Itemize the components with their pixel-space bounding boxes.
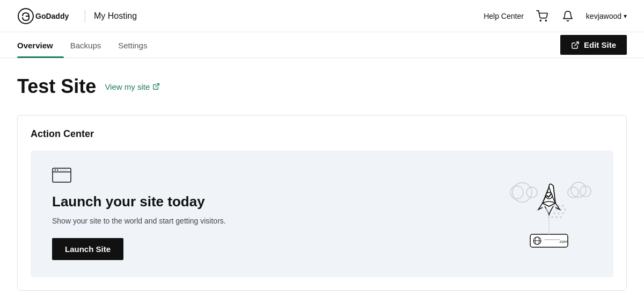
launch-desc: Show your site to the world and start ge… — [52, 217, 226, 225]
rocket-illustration: .com — [506, 176, 592, 251]
header-divider — [85, 10, 85, 23]
notification-icon[interactable] — [560, 9, 575, 24]
external-link-small-icon — [152, 83, 160, 90]
svg-point-24 — [558, 212, 560, 214]
external-link-icon — [571, 41, 580, 49]
svg-point-20 — [555, 208, 558, 211]
svg-point-16 — [568, 187, 579, 198]
launch-site-button[interactable]: Launch Site — [52, 238, 123, 260]
cart-icon[interactable] — [535, 9, 550, 24]
browser-icon — [52, 168, 71, 183]
svg-point-8 — [55, 169, 56, 170]
launch-banner: Launch your site today Show your site to… — [31, 150, 613, 277]
launch-title: Launch your site today — [52, 193, 226, 210]
tab-settings[interactable]: Settings — [118, 32, 158, 57]
help-center-link[interactable]: Help Center — [484, 12, 524, 20]
action-center-title: Action Center — [31, 128, 613, 140]
svg-text:GoDaddy: GoDaddy — [35, 12, 69, 20]
edit-site-button[interactable]: Edit Site — [560, 35, 627, 55]
svg-point-9 — [57, 169, 58, 170]
chevron-down-icon: ▾ — [624, 12, 627, 20]
action-center-card: Action Center Launch your site today Sho… — [17, 115, 627, 291]
svg-point-26 — [551, 216, 553, 218]
edit-site-label: Edit Site — [584, 40, 616, 49]
svg-line-5 — [156, 84, 159, 87]
header-left: GoDaddy My Hosting — [17, 8, 137, 25]
header-right: Help Center kevjawood ▾ — [484, 9, 627, 24]
nav-tabs-left: Overview Backups Settings — [17, 32, 164, 57]
svg-point-23 — [553, 212, 555, 214]
svg-point-2 — [540, 20, 541, 21]
godaddy-wordmark: GoDaddy — [17, 8, 76, 25]
svg-point-22 — [564, 208, 566, 211]
user-menu[interactable]: kevjawood ▾ — [586, 12, 627, 20]
svg-point-19 — [562, 205, 564, 207]
header: GoDaddy My Hosting Help Center kevjawood… — [0, 0, 644, 32]
svg-point-25 — [562, 212, 564, 214]
main-content: Test Site View my site Action Center — [0, 58, 644, 291]
launch-banner-left: Launch your site today Show your site to… — [52, 168, 226, 260]
svg-text:.com: .com — [559, 239, 568, 244]
site-title: Test Site — [17, 75, 96, 98]
svg-point-14 — [571, 182, 586, 197]
svg-point-11 — [513, 183, 532, 202]
svg-line-4 — [575, 42, 579, 46]
username-label: kevjawood — [586, 12, 621, 20]
my-hosting-label: My Hosting — [94, 11, 137, 21]
godaddy-logo[interactable]: GoDaddy — [17, 8, 76, 25]
tab-backups[interactable]: Backups — [70, 32, 112, 57]
svg-rect-10 — [60, 169, 68, 171]
tab-overview[interactable]: Overview — [17, 32, 64, 57]
svg-point-3 — [545, 20, 546, 21]
svg-point-27 — [555, 216, 558, 218]
view-site-link[interactable]: View my site — [105, 82, 160, 91]
site-title-row: Test Site View my site — [17, 75, 627, 98]
nav-tabs: Overview Backups Settings Edit Site — [0, 32, 644, 58]
svg-point-28 — [560, 216, 562, 218]
